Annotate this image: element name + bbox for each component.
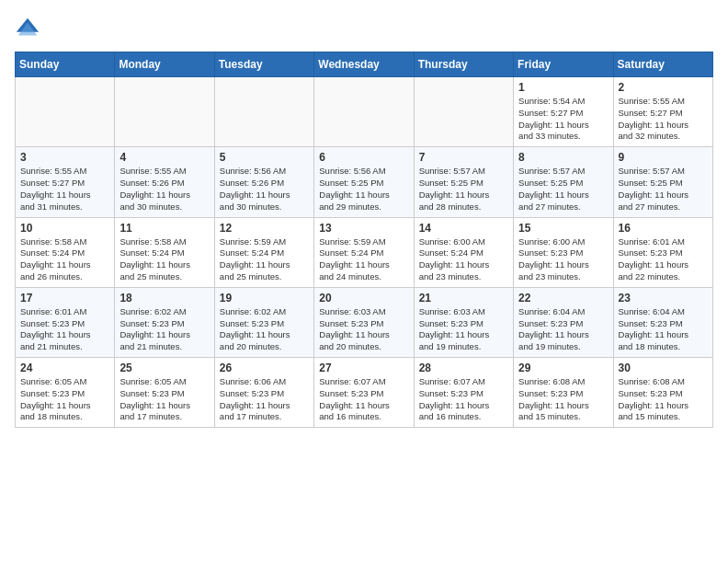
day-number: 28 (419, 362, 508, 374)
calendar-cell: 21Sunrise: 6:03 AM Sunset: 5:23 PM Dayli… (414, 287, 513, 357)
day-info: Sunrise: 5:56 AM Sunset: 5:25 PM Dayligh… (319, 166, 408, 213)
calendar-cell: 20Sunrise: 6:03 AM Sunset: 5:23 PM Dayli… (314, 287, 414, 357)
calendar-cell (414, 77, 513, 147)
day-number: 29 (518, 362, 608, 374)
calendar-cell: 15Sunrise: 6:00 AM Sunset: 5:23 PM Dayli… (514, 217, 613, 287)
weekday-tuesday: Tuesday (214, 52, 313, 77)
calendar-cell (16, 77, 115, 147)
day-number: 18 (119, 292, 209, 304)
day-info: Sunrise: 5:57 AM Sunset: 5:25 PM Dayligh… (518, 166, 608, 213)
weekday-saturday: Saturday (613, 52, 712, 77)
day-number: 27 (319, 362, 408, 374)
calendar-cell: 9Sunrise: 5:57 AM Sunset: 5:25 PM Daylig… (613, 147, 712, 217)
day-number: 2 (619, 81, 708, 94)
calendar-cell: 22Sunrise: 6:04 AM Sunset: 5:23 PM Dayli… (514, 287, 613, 357)
day-info: Sunrise: 6:08 AM Sunset: 5:23 PM Dayligh… (518, 376, 608, 423)
day-info: Sunrise: 6:04 AM Sunset: 5:23 PM Dayligh… (619, 306, 708, 353)
calendar-cell: 16Sunrise: 6:01 AM Sunset: 5:23 PM Dayli… (613, 217, 712, 287)
calendar-cell: 1Sunrise: 5:54 AM Sunset: 5:27 PM Daylig… (514, 77, 613, 147)
day-number: 14 (419, 222, 508, 235)
day-number: 8 (518, 151, 608, 164)
day-info: Sunrise: 6:05 AM Sunset: 5:23 PM Dayligh… (20, 376, 109, 423)
day-number: 30 (619, 362, 708, 374)
calendar-cell: 13Sunrise: 5:59 AM Sunset: 5:24 PM Dayli… (314, 217, 414, 287)
calendar-cell: 27Sunrise: 6:07 AM Sunset: 5:23 PM Dayli… (314, 358, 414, 428)
weekday-sunday: Sunday (16, 52, 115, 77)
calendar-cell: 11Sunrise: 5:58 AM Sunset: 5:24 PM Dayli… (115, 217, 214, 287)
day-number: 7 (419, 151, 508, 164)
calendar-cell: 6Sunrise: 5:56 AM Sunset: 5:25 PM Daylig… (314, 147, 414, 217)
day-number: 3 (20, 151, 109, 164)
day-number: 19 (220, 292, 309, 304)
day-number: 11 (119, 222, 209, 235)
day-info: Sunrise: 6:07 AM Sunset: 5:23 PM Dayligh… (419, 376, 508, 423)
calendar-cell: 10Sunrise: 5:58 AM Sunset: 5:24 PM Dayli… (16, 217, 115, 287)
day-info: Sunrise: 5:57 AM Sunset: 5:25 PM Dayligh… (619, 166, 708, 213)
day-info: Sunrise: 5:57 AM Sunset: 5:25 PM Dayligh… (419, 166, 508, 213)
day-number: 13 (319, 222, 408, 235)
day-number: 17 (20, 292, 109, 304)
day-info: Sunrise: 5:54 AM Sunset: 5:27 PM Dayligh… (518, 96, 608, 143)
calendar-cell: 30Sunrise: 6:08 AM Sunset: 5:23 PM Dayli… (613, 358, 712, 428)
day-info: Sunrise: 5:55 AM Sunset: 5:26 PM Dayligh… (119, 166, 209, 213)
day-info: Sunrise: 5:58 AM Sunset: 5:24 PM Dayligh… (119, 236, 209, 283)
logo (15, 15, 44, 40)
day-info: Sunrise: 6:01 AM Sunset: 5:23 PM Dayligh… (20, 306, 109, 353)
week-row-5: 24Sunrise: 6:05 AM Sunset: 5:23 PM Dayli… (16, 358, 713, 428)
calendar-cell: 24Sunrise: 6:05 AM Sunset: 5:23 PM Dayli… (16, 358, 115, 428)
day-number: 16 (619, 222, 708, 235)
day-info: Sunrise: 5:55 AM Sunset: 5:27 PM Dayligh… (20, 166, 109, 213)
calendar-table: SundayMondayTuesdayWednesdayThursdayFrid… (15, 52, 713, 428)
calendar-cell: 28Sunrise: 6:07 AM Sunset: 5:23 PM Dayli… (414, 358, 513, 428)
weekday-thursday: Thursday (414, 52, 513, 77)
day-info: Sunrise: 5:59 AM Sunset: 5:24 PM Dayligh… (319, 236, 408, 283)
calendar-cell (115, 77, 214, 147)
day-info: Sunrise: 6:03 AM Sunset: 5:23 PM Dayligh… (419, 306, 508, 353)
day-number: 24 (20, 362, 109, 374)
day-number: 9 (619, 151, 708, 164)
day-info: Sunrise: 5:59 AM Sunset: 5:24 PM Dayligh… (220, 236, 309, 283)
calendar-cell: 26Sunrise: 6:06 AM Sunset: 5:23 PM Dayli… (214, 358, 313, 428)
calendar-cell: 29Sunrise: 6:08 AM Sunset: 5:23 PM Dayli… (514, 358, 613, 428)
day-number: 10 (20, 222, 109, 235)
calendar-cell: 8Sunrise: 5:57 AM Sunset: 5:25 PM Daylig… (514, 147, 613, 217)
day-info: Sunrise: 6:00 AM Sunset: 5:23 PM Dayligh… (518, 236, 608, 283)
day-number: 6 (319, 151, 408, 164)
day-info: Sunrise: 6:00 AM Sunset: 5:24 PM Dayligh… (419, 236, 508, 283)
page-header (15, 15, 713, 40)
day-number: 1 (518, 81, 608, 94)
day-info: Sunrise: 5:55 AM Sunset: 5:27 PM Dayligh… (619, 96, 708, 143)
day-info: Sunrise: 6:08 AM Sunset: 5:23 PM Dayligh… (619, 376, 708, 423)
day-number: 23 (619, 292, 708, 304)
day-number: 21 (419, 292, 508, 304)
day-number: 22 (518, 292, 608, 304)
day-info: Sunrise: 5:56 AM Sunset: 5:26 PM Dayligh… (220, 166, 309, 213)
week-row-3: 10Sunrise: 5:58 AM Sunset: 5:24 PM Dayli… (16, 217, 713, 287)
calendar-cell: 23Sunrise: 6:04 AM Sunset: 5:23 PM Dayli… (613, 287, 712, 357)
calendar-cell: 18Sunrise: 6:02 AM Sunset: 5:23 PM Dayli… (115, 287, 214, 357)
calendar-cell: 25Sunrise: 6:05 AM Sunset: 5:23 PM Dayli… (115, 358, 214, 428)
weekday-header-row: SundayMondayTuesdayWednesdayThursdayFrid… (16, 52, 713, 77)
day-info: Sunrise: 6:05 AM Sunset: 5:23 PM Dayligh… (119, 376, 209, 423)
weekday-monday: Monday (115, 52, 214, 77)
calendar-cell: 7Sunrise: 5:57 AM Sunset: 5:25 PM Daylig… (414, 147, 513, 217)
day-info: Sunrise: 5:58 AM Sunset: 5:24 PM Dayligh… (20, 236, 109, 283)
calendar-cell: 3Sunrise: 5:55 AM Sunset: 5:27 PM Daylig… (16, 147, 115, 217)
week-row-4: 17Sunrise: 6:01 AM Sunset: 5:23 PM Dayli… (16, 287, 713, 357)
calendar-cell: 4Sunrise: 5:55 AM Sunset: 5:26 PM Daylig… (115, 147, 214, 217)
day-number: 12 (220, 222, 309, 235)
day-info: Sunrise: 6:07 AM Sunset: 5:23 PM Dayligh… (319, 376, 408, 423)
calendar-cell: 2Sunrise: 5:55 AM Sunset: 5:27 PM Daylig… (613, 77, 712, 147)
calendar-cell (314, 77, 414, 147)
calendar-cell: 17Sunrise: 6:01 AM Sunset: 5:23 PM Dayli… (16, 287, 115, 357)
day-info: Sunrise: 6:03 AM Sunset: 5:23 PM Dayligh… (319, 306, 408, 353)
calendar-cell: 14Sunrise: 6:00 AM Sunset: 5:24 PM Dayli… (414, 217, 513, 287)
calendar-cell: 5Sunrise: 5:56 AM Sunset: 5:26 PM Daylig… (214, 147, 313, 217)
day-info: Sunrise: 6:02 AM Sunset: 5:23 PM Dayligh… (220, 306, 309, 353)
calendar-cell (214, 77, 313, 147)
day-number: 15 (518, 222, 608, 235)
weekday-friday: Friday (514, 52, 613, 77)
day-info: Sunrise: 6:01 AM Sunset: 5:23 PM Dayligh… (619, 236, 708, 283)
week-row-1: 1Sunrise: 5:54 AM Sunset: 5:27 PM Daylig… (16, 77, 713, 147)
day-number: 4 (119, 151, 209, 164)
